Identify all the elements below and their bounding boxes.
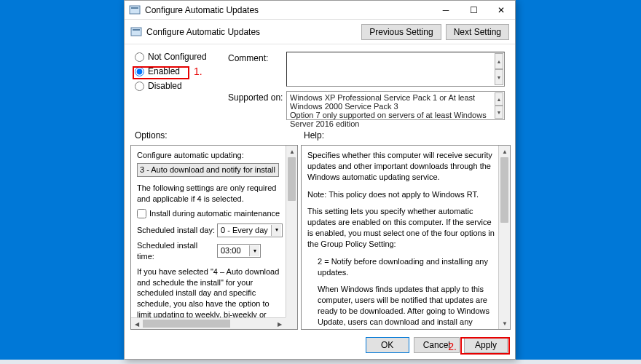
help-pane: Specifies whether this computer will rec… xyxy=(301,145,511,330)
button-bar: OK Cancel Apply xyxy=(125,331,515,359)
minimize-button[interactable]: ─ xyxy=(432,1,460,19)
policy-title: Configure Automatic Updates xyxy=(146,27,357,37)
options-pane: Configure automatic updating: 3 - Auto d… xyxy=(130,145,298,330)
maximize-button[interactable]: ☐ xyxy=(460,1,487,19)
install-maintenance-checkbox[interactable]: Install during automatic maintenance xyxy=(137,208,283,219)
configure-select[interactable]: 3 - Auto download and notify for install xyxy=(137,163,279,177)
day-select[interactable]: 0 - Every day▾ xyxy=(217,223,283,237)
spinner[interactable]: ▲▼ xyxy=(495,92,503,119)
state-group: Not Configured Enabled Disabled xyxy=(135,52,222,124)
svg-rect-3 xyxy=(133,29,140,31)
help-text: Specifies whether this computer will rec… xyxy=(307,150,495,183)
radio-enabled[interactable]: Enabled xyxy=(135,66,222,76)
comment-input[interactable]: ▲▼ xyxy=(286,52,505,87)
toolbar: Configure Automatic Updates Previous Set… xyxy=(125,20,515,44)
cancel-button[interactable]: Cancel xyxy=(414,337,460,353)
close-button[interactable]: ✕ xyxy=(487,1,515,19)
following-note: The following settings are only required… xyxy=(137,183,283,205)
ok-button[interactable]: OK xyxy=(366,337,409,353)
day-label: Scheduled install day: xyxy=(137,225,217,236)
previous-setting-button[interactable]: Previous Setting xyxy=(361,24,441,40)
radio-not-configured[interactable]: Not Configured xyxy=(135,52,222,62)
help-text: When Windows finds updates that apply to… xyxy=(307,284,495,329)
gpedit-dialog: Configure Automatic Updates ─ ☐ ✕ Config… xyxy=(124,0,516,360)
options-hscrollbar[interactable]: ◀▶ xyxy=(131,317,286,329)
supported-text: Windows XP Professional Service Pack 1 o… xyxy=(286,91,505,120)
svg-rect-2 xyxy=(131,28,141,36)
time-label: Scheduled install time: xyxy=(137,240,217,262)
taskbar xyxy=(0,360,641,364)
policy-icon xyxy=(129,4,141,16)
options-label: Options: xyxy=(135,130,304,141)
help-text: 2 = Notify before downloading and instal… xyxy=(307,256,495,278)
radio-disabled[interactable]: Disabled xyxy=(135,81,222,91)
spinner[interactable]: ▲▼ xyxy=(495,53,503,85)
comment-label: Comment: xyxy=(228,52,286,87)
help-label: Help: xyxy=(304,130,324,141)
apply-button[interactable]: Apply xyxy=(464,337,508,353)
help-text: This setting lets you specify whether au… xyxy=(307,206,495,249)
supported-label: Supported on: xyxy=(228,91,286,120)
svg-rect-1 xyxy=(131,7,138,9)
time-select[interactable]: 03:00▾ xyxy=(217,244,261,258)
next-setting-button[interactable]: Next Setting xyxy=(446,24,509,40)
help-text: Note: This policy does not apply to Wind… xyxy=(307,189,495,200)
options-vscrollbar[interactable]: ▲▼ xyxy=(286,146,297,329)
svg-rect-0 xyxy=(130,6,140,14)
configure-label: Configure automatic updating: xyxy=(137,150,283,161)
window-title: Configure Automatic Updates xyxy=(145,5,432,15)
policy-icon xyxy=(130,26,142,38)
titlebar: Configure Automatic Updates ─ ☐ ✕ xyxy=(125,1,515,20)
help-vscrollbar[interactable]: ▲▼ xyxy=(498,146,510,329)
